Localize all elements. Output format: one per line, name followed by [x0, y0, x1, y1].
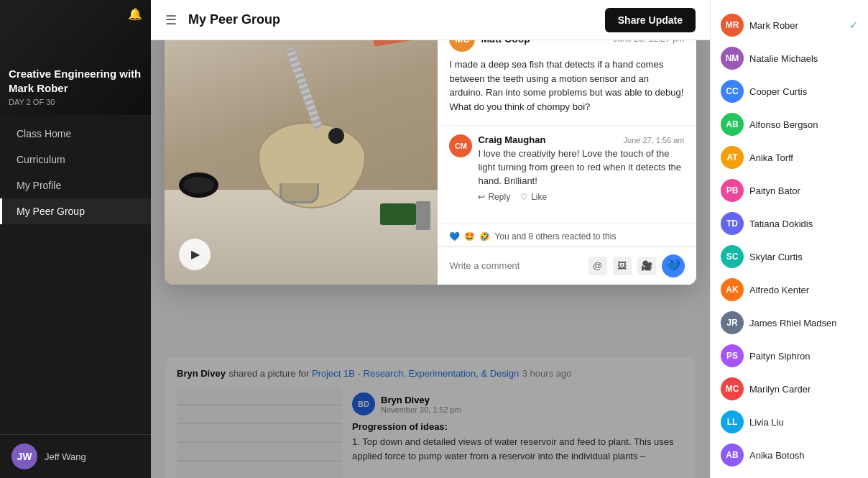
right-panel-member[interactable]: AKAlfredo Kenter — [711, 273, 868, 306]
react-heart-button[interactable]: 💙 — [662, 254, 685, 277]
right-panel-member[interactable]: PSPaityn Siphron — [711, 339, 868, 372]
sidebar-item-my-profile[interactable]: My Profile — [0, 173, 151, 198]
comment-input-area: @ 🖼 🎥 💙 — [438, 247, 696, 285]
sidebar-item-label: Class Home — [17, 128, 71, 139]
sidebar: Creative Engineering with Mark Rober DAY… — [0, 0, 151, 478]
video-upload-icon[interactable]: 🎥 — [637, 257, 656, 275]
main-body: MC Matt Coop June 25, 12:27 pm I made a … — [151, 40, 710, 478]
mention-icon[interactable]: @ — [588, 257, 607, 275]
member-name: Alfredo Kenter — [749, 285, 809, 295]
member-avatar: AB — [721, 113, 744, 136]
right-panel-member[interactable]: JRJames Rhiel Madsen — [711, 306, 868, 339]
like-icon: ♡ — [520, 192, 528, 202]
right-panel-member[interactable]: LLLivia Liu — [711, 405, 868, 438]
comment-actions: ↩ Reply ♡ Like — [478, 192, 684, 202]
member-name: Anika Torff — [749, 152, 793, 163]
sidebar-item-curriculum[interactable]: Curriculum — [0, 147, 151, 173]
hamburger-icon[interactable]: ☰ — [165, 12, 177, 28]
user-avatar: JW — [11, 443, 37, 469]
member-avatar: PB — [721, 179, 744, 202]
header-left: ☰ My Peer Group — [165, 12, 280, 28]
member-avatar: AT — [721, 146, 744, 169]
post-author-row: MC Matt Coop June 25, 12:27 pm — [449, 40, 684, 52]
member-name: Skylar Curtis — [749, 252, 803, 262]
right-panel-member[interactable]: ABAlfonso Bergson — [711, 108, 868, 141]
sidebar-course-progress: DAY 2 OF 30 — [9, 98, 142, 106]
post-modal: MC Matt Coop June 25, 12:27 pm I made a … — [165, 40, 696, 285]
post-author-name: Matt Coop — [481, 40, 530, 45]
member-avatar: LL — [721, 410, 744, 433]
member-avatar: MC — [721, 377, 744, 400]
comment-item: CM Craig Maughan June 27, 1:56 am I love… — [449, 134, 684, 202]
comment-body: Craig Maughan June 27, 1:56 am I love th… — [478, 134, 684, 202]
post-author-avatar: MC — [449, 40, 475, 52]
member-name: Natalie Michaels — [749, 53, 818, 64]
post-media — [165, 40, 438, 285]
post-detail: MC Matt Coop June 25, 12:27 pm I made a … — [438, 40, 696, 126]
member-name: Paityn Siphron — [749, 351, 811, 362]
user-name: Jeff Wang — [45, 451, 86, 462]
member-name: Mark Rober — [749, 20, 798, 31]
right-panel-member[interactable]: CCCooper Curtis — [711, 75, 868, 108]
share-update-button[interactable]: Share Update — [605, 8, 696, 32]
heart-emoji: 💙 — [449, 231, 460, 242]
main-content: ☰ My Peer Group Share Update — [151, 0, 710, 478]
member-avatar: PS — [721, 344, 744, 367]
sidebar-item-label: Curriculum — [17, 154, 65, 165]
input-icons: @ 🖼 🎥 💙 — [588, 254, 685, 277]
main-header: ☰ My Peer Group Share Update — [151, 0, 710, 40]
sidebar-course-title: Creative Engineering with Mark Rober — [9, 67, 142, 95]
comment-text: I love the creativity here! Love the tou… — [478, 147, 684, 188]
reply-icon: ↩ — [478, 192, 485, 202]
member-name: Anika Botosh — [749, 450, 805, 461]
comment-input[interactable] — [449, 260, 582, 271]
reaction-emoji-2: 🤩 — [464, 231, 475, 242]
member-name: Tatiana Dokidis — [749, 219, 813, 229]
right-panel-member[interactable]: ATAnika Torff — [711, 141, 868, 174]
image-upload-icon[interactable]: 🖼 — [613, 257, 632, 275]
member-avatar: AK — [721, 278, 744, 301]
commenter-avatar: CM — [449, 134, 472, 157]
reactions-row: 💙 🤩 🤣 You and 8 others reacted to this — [438, 227, 696, 247]
sidebar-item-label: My Profile — [17, 180, 61, 191]
member-name: Livia Liu — [749, 417, 784, 428]
right-panel-member[interactable]: PBPaityn Bator — [711, 174, 868, 207]
right-panel-member[interactable]: ABAnika Botosh — [711, 438, 868, 472]
member-name: Marilyn Carder — [749, 384, 811, 395]
member-avatar: SC — [721, 245, 744, 268]
modal-overlay[interactable]: MC Matt Coop June 25, 12:27 pm I made a … — [151, 40, 710, 478]
reaction-emoji-3: 🤣 — [479, 231, 490, 242]
member-name: James Rhiel Madsen — [749, 318, 836, 328]
sidebar-footer: JW Jeff Wang — [0, 434, 151, 478]
like-button[interactable]: ♡ Like — [520, 192, 547, 202]
sidebar-item-class-home[interactable]: Class Home — [0, 121, 151, 147]
member-name: Alfonso Bergson — [749, 119, 818, 130]
notification-bell-icon[interactable]: 🔔 — [128, 7, 142, 21]
sidebar-item-label: My Peer Group — [17, 206, 85, 217]
reactions-text: You and 8 others reacted to this — [494, 231, 616, 242]
right-panel-member[interactable]: TDTatiana Dokidis — [711, 207, 868, 240]
sidebar-item-my-peer-group[interactable]: My Peer Group — [0, 198, 151, 224]
post-timestamp: June 25, 12:27 pm — [613, 40, 684, 44]
reply-button[interactable]: ↩ Reply — [478, 192, 510, 202]
sidebar-nav: Class Home Curriculum My Profile My Peer… — [0, 115, 151, 434]
right-panel-member[interactable]: MRMark Rober✓ — [711, 9, 868, 42]
comments-section: CM Craig Maughan June 27, 1:56 am I love… — [438, 126, 696, 221]
member-name: Paityn Bator — [749, 185, 800, 196]
right-panel-member[interactable]: NMNatalie Michaels — [711, 42, 868, 75]
comment-author-row: Craig Maughan June 27, 1:56 am — [478, 134, 684, 145]
play-button[interactable] — [179, 239, 211, 270]
post-text: I made a deep sea fish that detects if a… — [449, 58, 684, 114]
comment-timestamp: June 27, 1:56 am — [624, 136, 685, 144]
sidebar-hero: Creative Engineering with Mark Rober DAY… — [0, 0, 151, 115]
right-panel-member[interactable]: MCMarilyn Carder — [711, 372, 868, 405]
modal-post-content: MC Matt Coop June 25, 12:27 pm I made a … — [438, 40, 696, 285]
member-avatar: TD — [721, 212, 744, 235]
member-avatar: AB — [721, 443, 744, 466]
member-avatar: NM — [721, 47, 744, 70]
right-panel-member[interactable]: SCSkylar Curtis — [711, 240, 868, 273]
right-panel: MRMark Rober✓NMNatalie MichaelsCCCooper … — [710, 0, 868, 478]
member-avatar: MR — [721, 14, 744, 37]
commenter-name: Craig Maughan — [478, 134, 545, 145]
post-author-info: MC Matt Coop — [449, 40, 530, 52]
